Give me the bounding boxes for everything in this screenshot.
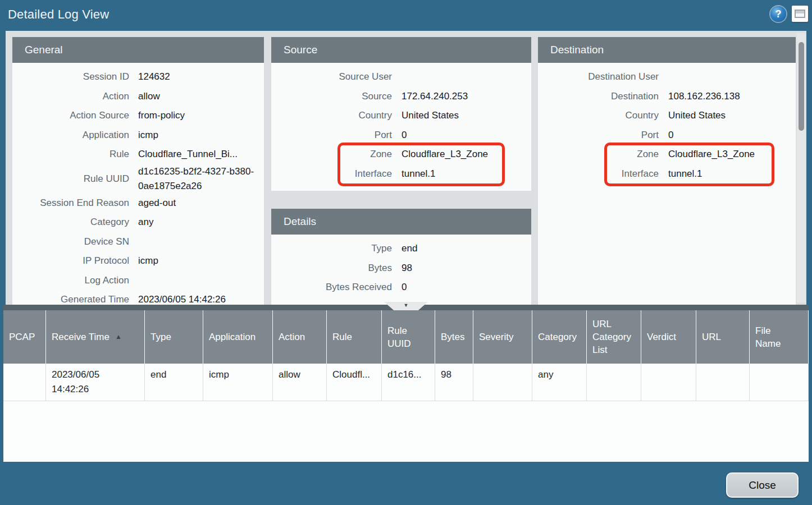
- close-button[interactable]: Close: [726, 472, 799, 498]
- cell-application: icmp: [203, 364, 273, 401]
- field-label: Interface: [271, 168, 392, 180]
- splitter-bar[interactable]: ▼: [3, 305, 809, 310]
- field-label: Type: [271, 242, 392, 255]
- cell-severity: [473, 364, 532, 401]
- field-label: Session ID: [12, 71, 129, 83]
- field-label: Bytes Received: [271, 281, 392, 293]
- field-label: Device SN: [12, 236, 129, 248]
- column-header-file-name[interactable]: File Name: [750, 310, 809, 364]
- log-table-row[interactable]: 2023/06/05 14:42:26 end icmp allow Cloud…: [3, 364, 809, 401]
- field-value: d1c16235-b2f2-4327-b380-0ae1875e2a26: [129, 164, 264, 194]
- field-label: Rule UUID: [12, 173, 129, 185]
- general-panel-title: General: [12, 37, 264, 63]
- field-row-source-user: Source User: [271, 67, 531, 87]
- source-panel: Source Source User Source 172.64.240.253…: [271, 37, 531, 191]
- splitter-collapse-icon[interactable]: ▼: [384, 302, 428, 310]
- field-label: Log Action: [12, 274, 129, 287]
- cell-type: end: [145, 364, 203, 401]
- field-value: allow: [129, 89, 264, 104]
- column-label: Receive Time: [52, 330, 110, 343]
- source-panel-body: Source User Source 172.64.240.253 Countr…: [271, 63, 531, 191]
- field-label: IP Protocol: [12, 255, 129, 267]
- cell-url-category-list: [587, 364, 641, 401]
- cell-rule: Cloudfl...: [327, 364, 382, 401]
- field-label: Source User: [271, 71, 392, 83]
- column-header-bytes[interactable]: Bytes: [435, 310, 473, 364]
- column-header-verdict[interactable]: Verdict: [641, 310, 696, 364]
- scrollbar-thumb[interactable]: [799, 42, 804, 131]
- field-row-action-source: Action Source from-policy: [12, 106, 264, 126]
- log-table-header: PCAP Receive Time ▲ Type Application Act…: [3, 310, 809, 364]
- general-panel-body: Session ID 124632 Action allow Action So…: [12, 63, 264, 305]
- field-value: 0: [659, 128, 796, 143]
- column-header-url[interactable]: URL: [696, 310, 750, 364]
- column-header-rule[interactable]: Rule: [327, 310, 382, 364]
- details-panel-title: Details: [271, 209, 531, 235]
- detailed-log-view-dialog: Detailed Log View ? General Session ID 1…: [0, 0, 812, 505]
- cell-category: any: [532, 364, 587, 401]
- field-row-session-id: Session ID 124632: [12, 67, 264, 87]
- column-header-receive-time[interactable]: Receive Time ▲: [46, 310, 145, 364]
- field-row-destination: Destination 108.162.236.138: [538, 87, 796, 107]
- field-row-interface: Interface tunnel.1: [271, 164, 531, 184]
- field-label: Bytes: [271, 262, 392, 274]
- field-row-country: Country United States: [271, 106, 531, 126]
- field-value: 172.64.240.253: [392, 89, 531, 104]
- field-label: Session End Reason: [12, 197, 129, 209]
- destination-panel-body: Destination User Destination 108.162.236…: [538, 63, 796, 305]
- field-row-country: Country United States: [538, 106, 796, 126]
- field-value: aged-out: [129, 196, 264, 210]
- log-table: PCAP Receive Time ▲ Type Application Act…: [3, 310, 809, 462]
- field-row-ip-protocol: IP Protocol icmp: [12, 251, 264, 271]
- field-value: end: [392, 241, 531, 256]
- window-icon[interactable]: [792, 6, 808, 22]
- column-header-action[interactable]: Action: [273, 310, 327, 364]
- field-value: United States: [392, 108, 531, 123]
- scrollbar-track[interactable]: [797, 33, 806, 302]
- details-panel-body: Type end Bytes 98 Bytes Received 0: [271, 235, 531, 305]
- field-label: Port: [538, 129, 659, 141]
- column-header-type[interactable]: Type: [145, 310, 203, 364]
- titlebar: Detailed Log View ?: [0, 0, 812, 31]
- field-label: Category: [12, 216, 129, 228]
- cell-action: allow: [273, 364, 327, 401]
- field-row-destination-user: Destination User: [538, 67, 796, 87]
- cell-verdict: [641, 364, 696, 401]
- column-header-rule-uuid[interactable]: Rule UUID: [382, 310, 435, 364]
- field-label: Application: [12, 129, 129, 141]
- field-label: Rule: [12, 148, 129, 160]
- column-header-url-category-list[interactable]: URL Category List: [587, 310, 641, 364]
- field-row-bytes: Bytes 98: [271, 259, 531, 278]
- cell-rule-uuid: d1c16...: [382, 364, 435, 401]
- field-label: Generated Time: [12, 293, 129, 305]
- window-icon-glyph: [795, 10, 805, 18]
- field-row-application: Application icmp: [12, 126, 264, 145]
- cell-file-name: [750, 364, 809, 401]
- cell-receive-time: 2023/06/05 14:42:26: [46, 364, 145, 401]
- column-header-application[interactable]: Application: [203, 310, 273, 364]
- column-header-category[interactable]: Category: [532, 310, 587, 364]
- column-header-pcap[interactable]: PCAP: [3, 310, 46, 364]
- field-value: 98: [392, 261, 531, 276]
- sort-ascending-icon: ▲: [115, 330, 122, 343]
- help-icon[interactable]: ?: [770, 6, 786, 22]
- field-label: Country: [538, 109, 659, 122]
- field-label: Action: [12, 90, 129, 103]
- field-label: Zone: [271, 148, 392, 160]
- field-row-interface: Interface tunnel.1: [538, 164, 796, 184]
- field-label: Source: [271, 90, 392, 103]
- field-row-action: Action allow: [12, 87, 264, 107]
- column-label: File Name: [755, 324, 791, 350]
- field-row-generated-time: Generated Time 2023/06/05 14:42:26: [12, 290, 264, 305]
- field-row-device-sn: Device SN: [12, 232, 264, 252]
- field-row-port: Port 0: [271, 126, 531, 145]
- cell-bytes: 98: [435, 364, 473, 401]
- field-row-zone: Zone Cloudflare_L3_Zone: [538, 145, 796, 164]
- field-value: 0: [392, 128, 531, 143]
- field-row-rule-uuid: Rule UUID d1c16235-b2f2-4327-b380-0ae187…: [12, 164, 264, 194]
- field-label: Interface: [538, 168, 659, 180]
- dialog-title: Detailed Log View: [8, 7, 109, 22]
- cell-url: [696, 364, 750, 401]
- column-header-severity[interactable]: Severity: [473, 310, 532, 364]
- field-value: United States: [659, 108, 796, 123]
